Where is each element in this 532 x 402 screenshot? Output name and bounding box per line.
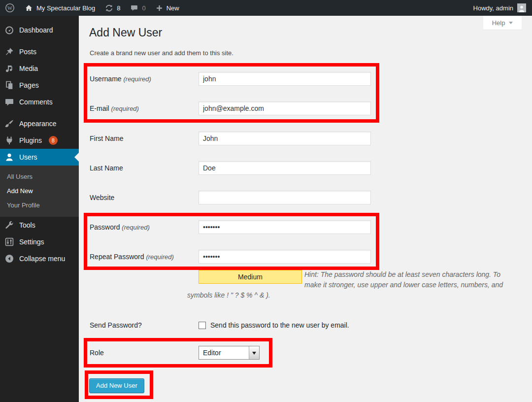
website-input[interactable] bbox=[199, 191, 371, 204]
new-content-button[interactable]: New bbox=[151, 0, 184, 16]
role-row: Role Editor bbox=[90, 346, 532, 360]
plus-icon bbox=[156, 4, 163, 12]
wordpress-menu-button[interactable]: W bbox=[0, 0, 20, 16]
sidebar-label: Pages bbox=[19, 81, 39, 89]
sidebar-item-media[interactable]: Media bbox=[0, 60, 79, 77]
wordpress-logo-icon: W bbox=[5, 3, 15, 13]
role-selected-value: Editor bbox=[199, 349, 249, 357]
dashboard-icon bbox=[4, 25, 14, 35]
pushpin-icon bbox=[4, 47, 14, 57]
last-name-row: Last Name bbox=[90, 161, 532, 175]
send-password-label: Send Password? bbox=[90, 321, 199, 329]
first-name-input[interactable] bbox=[199, 132, 371, 145]
avatar-person-icon bbox=[518, 4, 526, 12]
wrench-icon bbox=[4, 220, 14, 230]
sidebar-item-users[interactable]: Users bbox=[0, 149, 79, 166]
howdy-text: Howdy, admin bbox=[473, 4, 513, 12]
sidebar-label: Collapse menu bbox=[19, 255, 65, 263]
update-count: 8 bbox=[117, 4, 120, 12]
users-submenu: All Users Add New Your Profile bbox=[0, 166, 79, 217]
send-password-checkbox-label: Send this password to the new user by em… bbox=[210, 321, 349, 329]
sidebar-item-settings[interactable]: Settings bbox=[0, 234, 79, 250]
role-select[interactable]: Editor bbox=[199, 346, 260, 360]
repeat-password-label: Repeat Password (required) bbox=[90, 253, 199, 261]
sidebar-item-appearance[interactable]: Appearance bbox=[0, 115, 79, 132]
first-name-label: First Name bbox=[90, 134, 199, 142]
required-note: (required) bbox=[111, 105, 139, 112]
page-title: Add New User bbox=[89, 26, 532, 40]
sidebar-label: Users bbox=[19, 153, 37, 161]
admin-bar: W My Spectacular Blog 8 0 New Howdy, adm… bbox=[0, 0, 532, 16]
website-row: Website bbox=[90, 191, 532, 204]
help-button[interactable]: Help bbox=[483, 16, 522, 30]
submenu-item-add-new[interactable]: Add New bbox=[0, 184, 79, 198]
sidebar-label: Tools bbox=[19, 221, 35, 229]
sidebar-item-comments[interactable]: Comments bbox=[0, 94, 79, 110]
email-input[interactable] bbox=[199, 101, 371, 115]
sidebar-item-dashboard[interactable]: Dashboard bbox=[0, 22, 79, 38]
email-label: E-mail (required) bbox=[90, 104, 199, 112]
last-name-label: Last Name bbox=[90, 164, 199, 172]
sidebar-label: Appearance bbox=[19, 120, 57, 128]
sidebar-label: Posts bbox=[19, 48, 36, 56]
send-password-row: Send Password? Send this password to the… bbox=[90, 320, 532, 330]
plugin-icon bbox=[4, 135, 14, 145]
home-icon bbox=[25, 4, 33, 12]
pages-icon bbox=[4, 80, 14, 90]
updates-button[interactable]: 8 bbox=[100, 0, 125, 16]
comment-count: 0 bbox=[142, 4, 145, 12]
avatar bbox=[517, 3, 526, 12]
main-content: Add New User Create a brand new user and… bbox=[79, 16, 532, 402]
first-name-row: First Name bbox=[90, 132, 532, 145]
site-name: My Spectacular Blog bbox=[36, 4, 95, 12]
collapse-arrow-icon bbox=[4, 254, 14, 264]
add-user-form: Username (required) E-mail (required) Fi… bbox=[79, 63, 532, 402]
site-name-button[interactable]: My Spectacular Blog bbox=[20, 0, 100, 16]
sidebar-label: Plugins bbox=[19, 136, 42, 144]
plugins-update-badge: 8 bbox=[49, 136, 58, 145]
sidebar-item-plugins[interactable]: Plugins 8 bbox=[0, 132, 79, 149]
username-label: Username (required) bbox=[90, 75, 199, 83]
submenu-item-your-profile[interactable]: Your Profile bbox=[0, 198, 79, 212]
password-label: Password (required) bbox=[90, 223, 199, 231]
required-note: (required) bbox=[122, 224, 149, 231]
required-note: (required) bbox=[146, 253, 173, 261]
update-icon bbox=[105, 4, 113, 12]
sidebar-label: Dashboard bbox=[19, 26, 53, 34]
role-label: Role bbox=[90, 349, 199, 357]
last-name-input[interactable] bbox=[199, 161, 371, 175]
password-input[interactable] bbox=[199, 220, 371, 234]
add-new-user-button[interactable]: Add New User bbox=[89, 378, 144, 393]
chevron-down-icon bbox=[509, 22, 513, 26]
password-strength-section: Medium Hint: The password should be at l… bbox=[187, 269, 510, 301]
chevron-down-icon bbox=[252, 352, 256, 357]
user-icon bbox=[4, 152, 14, 162]
comments-button[interactable]: 0 bbox=[125, 0, 150, 16]
email-row: E-mail (required) bbox=[90, 101, 532, 115]
website-label: Website bbox=[90, 194, 199, 201]
svg-text:W: W bbox=[7, 5, 12, 11]
new-label: New bbox=[166, 4, 179, 12]
sidebar-label: Settings bbox=[19, 238, 44, 246]
comments-icon bbox=[4, 97, 14, 107]
password-strength-meter: Medium bbox=[199, 270, 302, 284]
sidebar-item-pages[interactable]: Pages bbox=[0, 77, 79, 94]
comment-bubble-icon bbox=[130, 4, 138, 12]
settings-sliders-icon bbox=[4, 237, 14, 247]
collapse-menu-button[interactable]: Collapse menu bbox=[0, 250, 79, 267]
sidebar-label: Media bbox=[19, 65, 38, 72]
sidebar-item-posts[interactable]: Posts bbox=[0, 43, 79, 60]
account-menu[interactable]: Howdy, admin bbox=[473, 3, 532, 12]
submenu-item-all-users[interactable]: All Users bbox=[0, 169, 79, 184]
role-select-arrow-button[interactable] bbox=[249, 346, 259, 359]
paintbrush-icon bbox=[4, 119, 14, 129]
help-label: Help bbox=[492, 19, 505, 27]
username-input[interactable] bbox=[199, 72, 371, 86]
page-subtitle: Create a brand new user and add them to … bbox=[90, 49, 532, 57]
required-note: (required) bbox=[123, 75, 151, 83]
send-password-checkbox[interactable] bbox=[199, 322, 206, 329]
sidebar-item-tools[interactable]: Tools bbox=[0, 217, 79, 234]
username-row: Username (required) bbox=[90, 72, 532, 86]
repeat-password-input[interactable] bbox=[199, 250, 371, 264]
password-row: Password (required) bbox=[90, 220, 532, 234]
